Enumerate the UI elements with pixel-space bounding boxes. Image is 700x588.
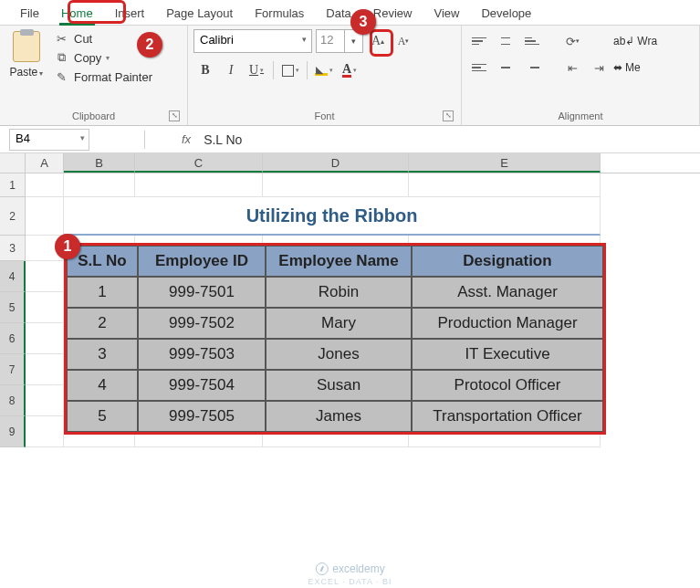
callout-2: 2 [137,32,162,58]
row-header[interactable]: 5 [0,292,26,323]
col-header-B[interactable]: B [64,153,135,173]
table-cell[interactable]: 999-7503 [138,339,266,370]
increase-indent-button[interactable]: ⇥ [587,56,611,79]
column-headers: A B C D E [0,153,700,173]
tab-view[interactable]: View [423,2,470,25]
header-designation[interactable]: Designation [412,246,603,277]
callout-3: 3 [350,9,376,35]
table-cell[interactable]: 5 [67,401,138,432]
group-alignment: ⟳▾ ab↲Wra ⇤ ⇥ ⬌Me Alignment [462,26,700,125]
formula-input[interactable]: S.L No [191,132,700,147]
table-cell[interactable]: 4 [67,370,138,401]
font-group-label: Font ⤡ [193,109,455,125]
font-color-button[interactable]: A▾ [338,58,361,82]
wrap-text-button[interactable]: ab↲Wra [613,29,648,53]
callout-1: 1 [55,234,80,259]
format-painter-button[interactable]: ✎ Format Painter [53,69,152,84]
watermark-icon [315,562,328,575]
alignment-group-label: Alignment [467,109,694,125]
copy-icon: ⧉ [53,50,69,65]
format-painter-label: Format Painter [74,70,152,84]
worksheet-grid: A B C D E 1 2Utilizing the Ribbon 3 4 5 … [0,153,700,447]
name-box[interactable]: B4▾ [9,129,89,151]
table-cell[interactable]: Protocol Officer [412,370,603,401]
row-header[interactable]: 3 [0,236,26,261]
row-header[interactable]: 7 [0,354,26,385]
align-center-button[interactable] [494,56,517,79]
formula-bar: B4▾ fx S.L No [0,126,700,153]
header-employee-name[interactable]: Employee Name [266,246,412,277]
tab-file[interactable]: File [9,2,50,25]
align-bottom-button[interactable] [520,29,544,53]
tab-page-layout[interactable]: Page Layout [155,2,244,25]
underline-button[interactable]: U▾ [245,58,268,82]
table-cell[interactable]: Transportation Officer [412,401,603,432]
decrease-font-icon[interactable]: A▾ [392,30,414,52]
paintbrush-icon: ✎ [53,69,69,84]
table-cell[interactable]: 999-7501 [138,277,266,308]
col-header-D[interactable]: D [263,153,409,173]
merge-icon: ⬌ [613,61,622,74]
ribbon-body: Paste ✂ Cut ⧉ Copy ▾ ✎ Format Painter C [0,26,700,126]
select-all-corner[interactable] [0,153,26,173]
tab-developer[interactable]: Develope [470,2,542,25]
paste-button[interactable]: Paste [5,29,47,79]
increase-font-icon[interactable]: A▴ [367,30,389,52]
table-cell[interactable]: 1 [67,277,138,308]
paste-icon [13,31,40,62]
font-launcher[interactable]: ⤡ [443,110,454,121]
merge-center-button[interactable]: ⬌Me [613,56,648,79]
copy-label: Copy [74,51,101,65]
table-cell[interactable]: IT Executive [412,339,603,370]
table-cell[interactable]: Mary [266,308,412,339]
clipboard-launcher[interactable]: ⤡ [169,110,180,121]
align-right-button[interactable] [520,56,544,79]
table-cell[interactable]: 999-7505 [138,401,266,432]
table-cell[interactable]: James [266,401,412,432]
sheet-title[interactable]: Utilizing the Ribbon [64,197,601,236]
table-cell[interactable]: 2 [67,308,138,339]
header-employee-id[interactable]: Employee ID [138,246,266,277]
italic-button[interactable]: I [219,58,243,82]
row-header[interactable]: 2 [0,197,26,236]
watermark-sub: EXCEL · DATA · BI [308,577,392,586]
align-middle-button[interactable] [494,29,517,53]
borders-button[interactable]: ▾ [278,58,302,82]
row-header[interactable]: 6 [0,323,26,354]
font-size-combo[interactable]: 12 [316,29,345,53]
table-cell[interactable]: Jones [266,339,412,370]
row-header[interactable]: 8 [0,385,26,416]
table-cell[interactable]: Susan [266,370,412,401]
table-cell[interactable]: 999-7504 [138,370,266,401]
data-table-selection[interactable]: S.L No Employee ID Employee Name Designa… [64,243,606,435]
tab-home[interactable]: Home [50,2,104,25]
bold-button[interactable]: B [193,58,217,82]
align-left-button[interactable] [467,56,491,79]
fx-icon[interactable]: fx [182,132,191,146]
copy-button[interactable]: ⧉ Copy ▾ [53,50,152,65]
row-header[interactable]: 1 [0,173,26,197]
table-cell[interactable]: Robin [266,277,412,308]
table-cell[interactable]: Asst. Manager [412,277,603,308]
scissors-icon: ✂ [53,31,69,46]
align-top-button[interactable] [467,29,491,53]
wrap-icon: ab↲ [613,35,634,47]
fill-color-button[interactable]: ▾ [312,58,336,82]
font-name-combo[interactable]: Calibri [193,29,312,53]
row-header[interactable]: 4 [0,261,26,292]
row-header[interactable]: 9 [0,416,26,447]
col-header-A[interactable]: A [26,153,64,173]
orientation-button[interactable]: ⟳▾ [560,29,584,53]
col-header-C[interactable]: C [135,153,263,173]
group-font: Calibri 12 ▾ A▴ A▾ B I U▾ ▾ ▾ A▾ Font [188,26,462,125]
tab-insert[interactable]: Insert [104,2,156,25]
col-header-E[interactable]: E [409,153,601,173]
table-cell[interactable]: 3 [67,339,138,370]
clipboard-group-label: Clipboard ⤡ [5,109,182,125]
cut-label: Cut [74,32,92,46]
table-cell[interactable]: Production Manager [412,308,603,339]
table-cell[interactable]: 999-7502 [138,308,266,339]
tab-formulas[interactable]: Formulas [244,2,315,25]
paste-label: Paste [10,66,44,79]
decrease-indent-button[interactable]: ⇤ [560,56,584,79]
